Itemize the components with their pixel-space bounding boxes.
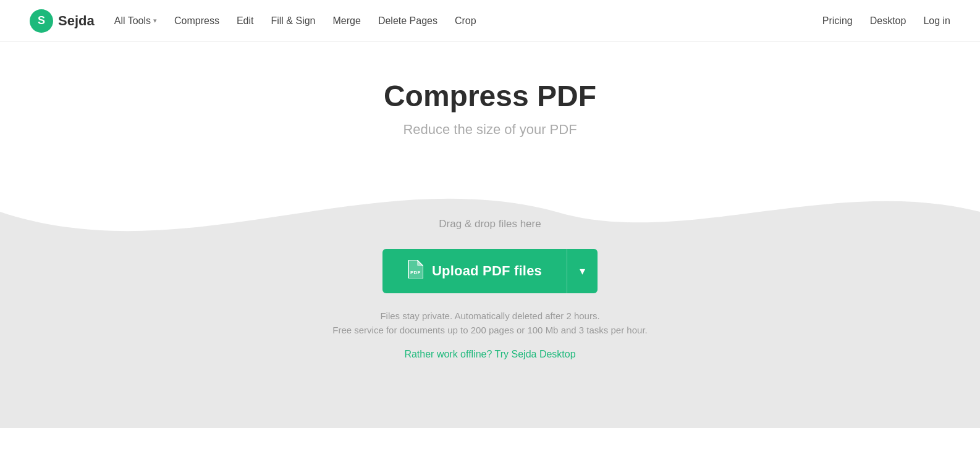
offline-link[interactable]: Rather work offline? Try Sejda Desktop: [404, 349, 575, 360]
drag-drop-label: Drag & drop files here: [439, 218, 541, 230]
upload-pdf-button[interactable]: PDF Upload PDF files: [382, 249, 567, 293]
upload-dropdown-button[interactable]: ▾: [567, 249, 598, 293]
nav-item-delete-pages[interactable]: Delete Pages: [378, 15, 437, 27]
hero-section: Compress PDF Reduce the size of your PDF: [0, 42, 980, 138]
limit-text: Free service for documents up to 200 pag…: [332, 325, 647, 335]
privacy-text: Files stay private. Automatically delete…: [380, 311, 599, 321]
nav-item-login[interactable]: Log in: [923, 15, 950, 27]
nav-item-fill-sign[interactable]: Fill & Sign: [271, 15, 315, 27]
nav-item-edit[interactable]: Edit: [237, 15, 254, 27]
nav-item-compress[interactable]: Compress: [174, 15, 219, 27]
pdf-file-icon: PDF: [407, 260, 423, 282]
nav-item-pricing[interactable]: Pricing: [822, 15, 853, 27]
nav-left: S Sejda All Tools ▾ Compress Edit Fill &…: [30, 9, 476, 33]
logo-name: Sejda: [58, 13, 95, 29]
main-nav: All Tools ▾ Compress Edit Fill & Sign Me…: [114, 15, 476, 27]
svg-text:PDF: PDF: [410, 270, 421, 275]
chevron-down-icon: ▾: [580, 264, 585, 278]
logo-icon: S: [30, 9, 53, 33]
upload-section: Drag & drop files here PDF Upload PDF fi…: [0, 162, 980, 428]
page-title: Compress PDF: [0, 79, 980, 113]
header: S Sejda All Tools ▾ Compress Edit Fill &…: [0, 0, 980, 42]
logo[interactable]: S Sejda: [30, 9, 95, 33]
nav-item-crop[interactable]: Crop: [455, 15, 476, 27]
upload-content: Drag & drop files here PDF Upload PDF fi…: [0, 181, 980, 409]
hero-subtitle: Reduce the size of your PDF: [0, 122, 980, 138]
nav-item-all-tools[interactable]: All Tools ▾: [114, 15, 157, 27]
nav-right: Pricing Desktop Log in: [822, 15, 950, 27]
upload-button-group: PDF Upload PDF files ▾: [382, 249, 598, 293]
nav-item-merge[interactable]: Merge: [333, 15, 361, 27]
nav-item-desktop[interactable]: Desktop: [870, 15, 906, 27]
chevron-down-icon: ▾: [153, 17, 157, 25]
upload-button-label: Upload PDF files: [432, 263, 542, 279]
